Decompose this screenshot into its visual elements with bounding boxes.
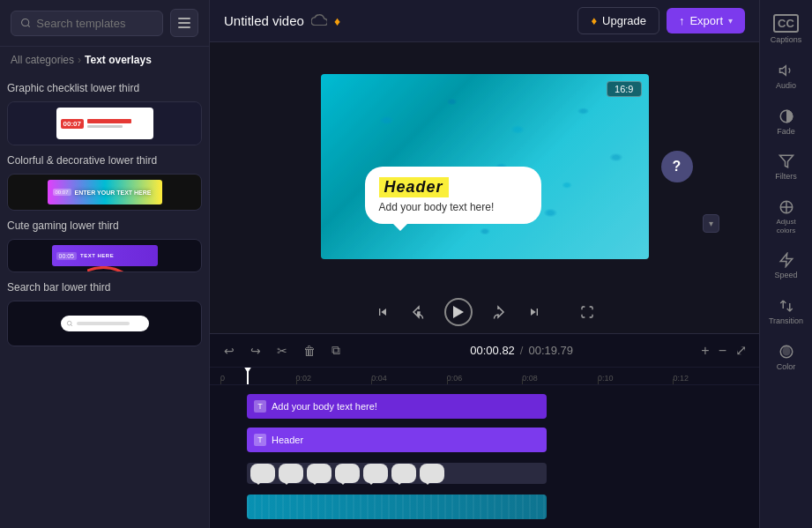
fade-icon	[778, 108, 794, 124]
video-area: 16:9 Header Add your body text here! ? ▾	[210, 42, 759, 291]
playback-controls: 5	[210, 291, 759, 333]
right-tool-transition[interactable]: Transition	[764, 291, 809, 333]
search-wrapper[interactable]	[11, 11, 163, 36]
help-button[interactable]: ?	[661, 151, 693, 182]
video-track-clip[interactable]	[247, 495, 547, 519]
left-sidebar: All categories › Text overlays Graphic c…	[0, 0, 210, 528]
template-preview-colorful: 00:07 ENTER YOUR TEXT HERE	[8, 175, 201, 210]
undo-button[interactable]: ↩	[220, 340, 238, 361]
export-chevron-icon: ▾	[728, 16, 733, 26]
duplicate-button[interactable]: ⧉	[328, 339, 344, 361]
adjust-colors-label: Adjust colors	[767, 218, 806, 234]
breadcrumb: All categories › Text overlays	[0, 47, 209, 73]
speed-icon	[778, 252, 794, 268]
timeline-ruler: 0 0:02 0:04 0:06 0:08 0:10 0:12	[210, 368, 759, 385]
time-total: 00:19.79	[528, 344, 573, 357]
template-label-1: Colorful & decorative lower third	[0, 149, 209, 170]
skip-back-button[interactable]	[372, 301, 393, 323]
delete-button[interactable]: 🗑	[300, 340, 319, 361]
checklist-badge: 00:07	[61, 119, 84, 129]
filters-icon	[778, 153, 794, 169]
export-button[interactable]: ↑ Export ▾	[667, 8, 745, 33]
collapse-panel-button[interactable]: ▾	[703, 214, 719, 233]
svg-point-3	[67, 321, 71, 325]
speed-label: Speed	[774, 271, 797, 280]
ruler-label-0: 0	[220, 374, 225, 383]
fullscreen-button[interactable]	[577, 301, 598, 323]
export-label: Export	[689, 14, 723, 27]
zoom-in-button[interactable]: +	[699, 341, 711, 361]
template-card-colorful[interactable]: 00:07 ENTER YOUR TEXT HERE	[7, 174, 202, 211]
right-tool-filters[interactable]: Filters	[764, 146, 809, 189]
track-header-label: Header	[272, 435, 303, 445]
template-label-0: Graphic checklist lower third	[0, 77, 209, 98]
ruler-label-3: 0:06	[447, 374, 463, 383]
template-card-graphic-checklist[interactable]: 00:07	[7, 101, 202, 145]
upgrade-diamond-icon: ♦	[591, 14, 597, 27]
color-icon	[778, 344, 794, 360]
right-tool-captions[interactable]: CC Captions	[764, 7, 809, 52]
mini-bubble-2	[307, 464, 332, 483]
ruler-mark-0: 0	[220, 368, 296, 384]
rewind-button[interactable]: 5	[407, 301, 430, 323]
gaming-text: text here	[80, 253, 114, 258]
template-card-cute-gaming[interactable]: 00:05 text here	[7, 239, 202, 272]
cut-button[interactable]: ✂	[273, 340, 291, 361]
upgrade-button[interactable]: ♦ Upgrade	[577, 7, 659, 34]
svg-marker-8	[779, 156, 793, 168]
bubbles-container[interactable]	[247, 463, 547, 484]
diamond-badge-icon: ♦	[334, 14, 340, 28]
fast-forward-button[interactable]	[487, 301, 510, 323]
aspect-ratio-badge[interactable]: 16:9	[607, 81, 641, 97]
track-clip-body-text[interactable]: T Add your body text here!	[247, 394, 547, 419]
template-label-2: Cute gaming lower third	[0, 214, 209, 235]
template-preview-searchbar	[8, 301, 201, 346]
timeline-tracks: T Add your body text here! T Header	[210, 385, 759, 528]
transition-label: Transition	[769, 316, 803, 326]
export-up-icon: ↑	[679, 14, 685, 27]
search-input[interactable]	[36, 17, 153, 30]
menu-button[interactable]	[170, 9, 198, 37]
timeline-time-display: 00:00.82 / 00:19.79	[470, 344, 573, 357]
fade-label: Fade	[777, 127, 795, 137]
track-clip-header[interactable]: T Header	[247, 428, 547, 452]
zoom-out-button[interactable]: −	[717, 341, 728, 361]
upgrade-label: Upgrade	[602, 14, 646, 27]
speech-bubble[interactable]: Header Add your body text here!	[365, 167, 541, 224]
template-card-search-bar[interactable]	[7, 301, 202, 346]
breadcrumb-parent[interactable]: All categories	[11, 54, 74, 66]
svg-marker-6	[779, 66, 786, 76]
bubble-body-text: Add your body text here!	[379, 201, 527, 213]
cloud-icon	[311, 13, 327, 29]
track-body-text: T Add your body text here!	[210, 390, 759, 422]
playhead[interactable]	[247, 368, 249, 384]
fit-button[interactable]: ⤢	[734, 340, 749, 361]
time-current: 00:00.82	[470, 344, 515, 357]
project-title[interactable]: Untitled video	[224, 13, 304, 28]
ruler-mark-3: 0:06	[447, 368, 523, 384]
checklist-sub-bar	[87, 125, 123, 128]
right-tool-fade[interactable]: Fade	[764, 101, 809, 144]
captions-label: Captions	[771, 35, 802, 45]
track-content-0: T Add your body text here!	[220, 394, 759, 419]
checklist-preview-inner: 00:07	[56, 108, 153, 139]
mini-bubble-5	[391, 464, 416, 483]
right-tool-audio[interactable]: Audio	[764, 56, 809, 98]
right-tool-color[interactable]: Color	[764, 337, 809, 379]
svg-line-4	[71, 324, 72, 326]
right-tool-adjust-colors[interactable]: Adjust colors	[764, 192, 809, 242]
track-header: T Header	[210, 424, 759, 456]
preview-search-icon	[66, 320, 73, 327]
zoom-controls: + − ⤢	[699, 340, 749, 361]
gaming-preview-inner: 00:05 text here	[52, 245, 158, 266]
color-label: Color	[777, 362, 796, 372]
mini-bubble-6	[420, 464, 444, 483]
redo-button[interactable]: ↪	[247, 340, 264, 361]
right-tool-speed[interactable]: Speed	[764, 245, 809, 287]
track-video	[210, 491, 759, 523]
video-canvas: 16:9 Header Add your body text here!	[321, 74, 649, 259]
mini-bubble-3	[335, 464, 360, 483]
skip-forward-button[interactable]	[524, 301, 545, 323]
preview-searchbar-text-bar	[77, 322, 130, 325]
play-button[interactable]	[444, 298, 473, 326]
